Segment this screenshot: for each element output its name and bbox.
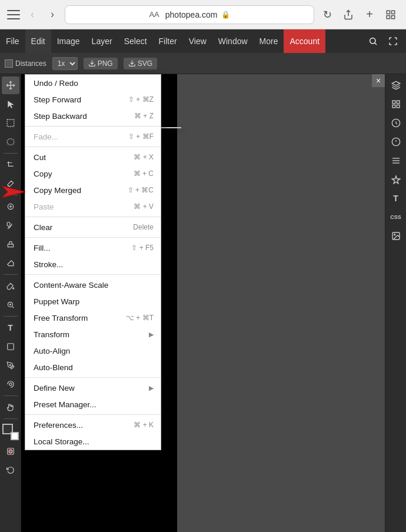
- clear-label: Clear: [34, 223, 133, 232]
- svg-point-41: [394, 234, 395, 235]
- app-menubar: File Edit Image Layer Select Filter View…: [0, 29, 406, 53]
- menu-item-cut[interactable]: Cut ⌘ + X: [25, 149, 161, 165]
- fullscreen-btn[interactable]: [385, 33, 401, 49]
- tool-type[interactable]: T: [2, 319, 19, 337]
- step-forward-label: Step Forward: [34, 95, 128, 104]
- menu-item-free-transform[interactable]: Free Transform ⌥ + ⌘T: [25, 310, 161, 326]
- url-text: photopea.com: [165, 10, 218, 19]
- tool-healing[interactable]: [2, 198, 19, 215]
- free-transform-label: Free Transform: [34, 314, 126, 322]
- add-tab-btn[interactable]: +: [361, 6, 378, 23]
- menu-item-fill[interactable]: Fill... ⇧ + F5: [25, 240, 161, 256]
- menu-file[interactable]: File: [0, 29, 25, 53]
- address-bar[interactable]: AA photopea.com 🔒: [65, 5, 314, 24]
- png-label: PNG: [98, 59, 113, 68]
- define-new-label: Define New: [34, 384, 145, 393]
- menu-select[interactable]: Select: [118, 29, 153, 53]
- menu-item-copy[interactable]: Copy ⌘ + C: [25, 165, 161, 182]
- tool-pen[interactable]: [2, 357, 19, 374]
- tool-history-brush[interactable]: [2, 461, 19, 479]
- panel-layers-icon[interactable]: [387, 77, 405, 94]
- tool-zoom[interactable]: [2, 296, 19, 314]
- tool-arrow[interactable]: [2, 95, 19, 113]
- svg-point-18: [12, 288, 14, 289]
- color-picker[interactable]: [2, 424, 19, 440]
- forward-btn[interactable]: ›: [45, 7, 60, 22]
- panel-close-btn[interactable]: ×: [372, 74, 385, 87]
- menu-item-auto-align[interactable]: Auto-Align: [25, 343, 161, 359]
- back-btn[interactable]: ‹: [25, 7, 40, 22]
- transform-submenu-arrow: ▶: [149, 331, 154, 338]
- menu-item-stroke[interactable]: Stroke...: [25, 256, 161, 272]
- export-svg-btn[interactable]: SVG: [124, 58, 157, 69]
- menu-image[interactable]: Image: [51, 29, 86, 53]
- panel-css-icon[interactable]: CSS: [387, 208, 405, 226]
- menu-edit[interactable]: Edit: [25, 29, 51, 53]
- tool-paint-bucket[interactable]: [2, 277, 19, 295]
- panel-history-icon[interactable]: [387, 152, 405, 169]
- menu-more[interactable]: More: [254, 29, 284, 53]
- menu-item-content-aware-scale[interactable]: Content-Aware Scale: [25, 277, 161, 293]
- svg-rect-31: [397, 105, 400, 108]
- menu-account[interactable]: Account: [284, 29, 325, 53]
- stroke-label: Stroke...: [34, 260, 154, 269]
- distances-label: Distances: [15, 59, 46, 68]
- menu-view[interactable]: View: [183, 29, 212, 53]
- panel-adjustments-icon[interactable]: [387, 114, 405, 132]
- distances-checkbox[interactable]: [5, 59, 13, 68]
- tool-move[interactable]: [2, 77, 19, 94]
- menu-item-local-storage[interactable]: Local Storage...: [25, 433, 161, 450]
- menu-item-puppet-warp[interactable]: Puppet Warp: [25, 293, 161, 310]
- menu-item-undo-redo[interactable]: Undo / Redo: [25, 75, 161, 91]
- tool-select-rect[interactable]: [2, 114, 19, 132]
- panel-info-icon[interactable]: [387, 133, 405, 151]
- zoom-select[interactable]: 1x: [52, 57, 78, 70]
- menu-item-step-forward[interactable]: Step Forward ⇧ + ⌘Z: [25, 91, 161, 108]
- menu-item-clear[interactable]: Clear Delete: [25, 219, 161, 235]
- preferences-label: Preferences...: [34, 421, 134, 430]
- panel-image-icon[interactable]: [387, 227, 405, 245]
- search-icon-btn[interactable]: [365, 33, 381, 49]
- svg-point-5: [370, 38, 375, 44]
- step-backward-label: Step Backward: [34, 112, 134, 121]
- fill-label: Fill...: [34, 244, 131, 252]
- tool-quick-mask[interactable]: [2, 443, 19, 460]
- tool-brush[interactable]: [2, 217, 19, 234]
- tool-warp[interactable]: [2, 375, 19, 393]
- background-color[interactable]: [11, 432, 19, 440]
- tool-separator-4: [4, 316, 18, 317]
- tool-shape[interactable]: [2, 338, 19, 355]
- menu-item-preferences[interactable]: Preferences... ⌘ + K: [25, 417, 161, 433]
- menu-layer[interactable]: Layer: [86, 29, 118, 53]
- share-btn[interactable]: [340, 6, 357, 23]
- free-transform-shortcut: ⌥ + ⌘T: [126, 314, 154, 322]
- panel-text-icon[interactable]: T: [387, 189, 405, 207]
- tool-separator-6: [4, 418, 18, 419]
- tool-eyedropper[interactable]: [2, 175, 19, 192]
- menu-item-step-backward[interactable]: Step Backward ⌘ + Z: [25, 108, 161, 124]
- content-aware-scale-label: Content-Aware Scale: [34, 281, 154, 290]
- panel-fx-icon[interactable]: [387, 171, 405, 188]
- menu-item-auto-blend[interactable]: Auto-Blend: [25, 359, 161, 375]
- menu-item-paste[interactable]: Paste ⌘ + V: [25, 198, 161, 215]
- distances-toggle[interactable]: Distances: [5, 59, 46, 68]
- menu-item-transform[interactable]: Transform ▶: [25, 326, 161, 343]
- panel-channels-icon[interactable]: [387, 95, 405, 113]
- tool-eraser[interactable]: [2, 254, 19, 272]
- export-png-btn[interactable]: PNG: [84, 58, 118, 69]
- tool-lasso[interactable]: [2, 133, 19, 151]
- tool-stamp[interactable]: [2, 235, 19, 253]
- menu-item-fade[interactable]: Fade... ⇧ + ⌘F: [25, 128, 161, 145]
- tool-hand[interactable]: [2, 398, 19, 416]
- svg-rect-2: [392, 11, 395, 14]
- menu-window[interactable]: Window: [212, 29, 254, 53]
- menu-item-preset-manager[interactable]: Preset Manager...: [25, 396, 161, 413]
- menu-filter[interactable]: Filter: [153, 29, 183, 53]
- sidebar-toggle-btn[interactable]: [7, 10, 20, 19]
- menu-item-define-new[interactable]: Define New ▶: [25, 380, 161, 396]
- menu-item-copy-merged[interactable]: Copy Merged ⇧ + ⌘C: [25, 182, 161, 198]
- reload-btn[interactable]: ↻: [319, 6, 335, 23]
- tool-crop[interactable]: [2, 156, 19, 174]
- auto-blend-label: Auto-Blend: [34, 363, 154, 372]
- tab-overview-btn[interactable]: [382, 6, 399, 23]
